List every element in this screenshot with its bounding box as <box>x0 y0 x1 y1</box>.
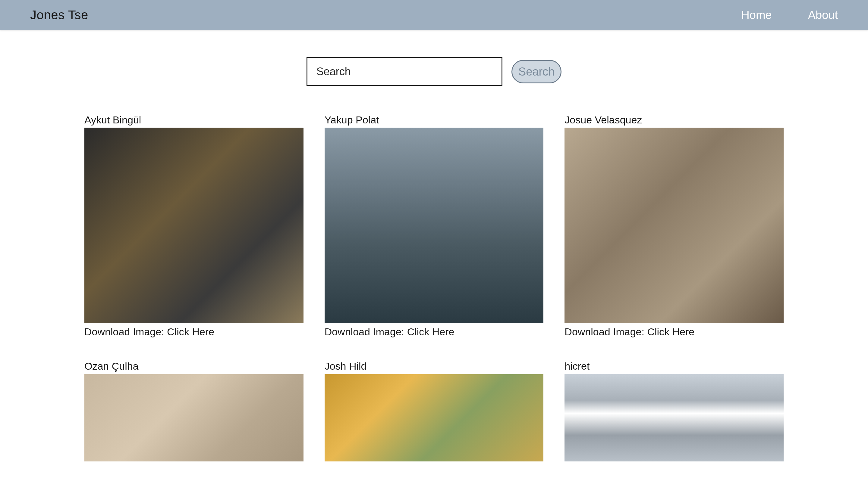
nav-links: Home About <box>741 9 838 22</box>
photo-author: Josh Hild <box>324 360 544 373</box>
brand-title: Jones Tse <box>30 8 88 22</box>
gallery-card: Josue Velasquez Download Image: Click He… <box>564 113 784 338</box>
photo-author: Yakup Polat <box>324 113 544 127</box>
gallery-card: hicret <box>564 360 784 461</box>
photo-author: hicret <box>564 360 784 373</box>
gallery-grid: Aykut Bingül Download Image: Click Here … <box>66 113 802 462</box>
nav-about[interactable]: About <box>808 9 838 22</box>
download-prefix: Download Image: <box>324 326 407 337</box>
gallery-card: Ozan Çulha <box>84 360 304 461</box>
search-input[interactable] <box>307 57 502 86</box>
search-button[interactable]: Search <box>512 60 561 83</box>
photo-thumbnail[interactable] <box>564 128 784 323</box>
download-line: Download Image: Click Here <box>324 325 544 338</box>
download-link[interactable]: Click Here <box>167 326 214 337</box>
gallery-card: Yakup Polat Download Image: Click Here <box>324 113 544 338</box>
gallery-card: Aykut Bingül Download Image: Click Here <box>84 113 304 338</box>
photo-thumbnail[interactable] <box>324 128 544 323</box>
photo-thumbnail[interactable] <box>324 374 544 462</box>
search-section: Search <box>0 30 868 101</box>
navbar: Jones Tse Home About <box>0 0 868 30</box>
download-prefix: Download Image: <box>564 326 647 337</box>
photo-thumbnail[interactable] <box>564 374 784 462</box>
download-line: Download Image: Click Here <box>564 325 784 338</box>
download-line: Download Image: Click Here <box>84 325 304 338</box>
download-link[interactable]: Click Here <box>407 326 455 337</box>
photo-thumbnail[interactable] <box>84 374 304 462</box>
photo-author: Josue Velasquez <box>564 113 784 127</box>
download-link[interactable]: Click Here <box>647 326 694 337</box>
download-prefix: Download Image: <box>84 326 167 337</box>
photo-author: Aykut Bingül <box>84 113 304 127</box>
photo-author: Ozan Çulha <box>84 360 304 373</box>
gallery-card: Josh Hild <box>324 360 544 461</box>
nav-home[interactable]: Home <box>741 9 772 22</box>
photo-thumbnail[interactable] <box>84 128 304 323</box>
